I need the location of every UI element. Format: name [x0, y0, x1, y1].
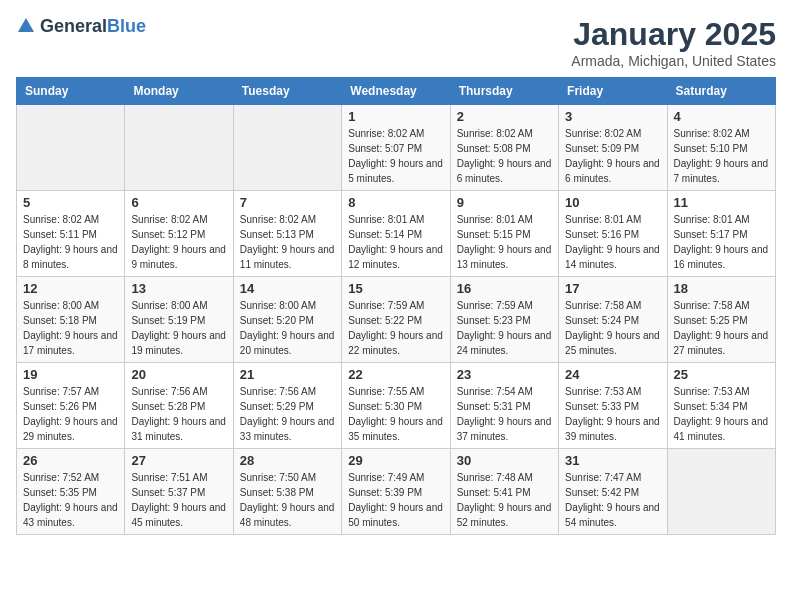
- day-info: Sunrise: 7:51 AMSunset: 5:37 PMDaylight:…: [131, 470, 226, 530]
- calendar-cell: 23Sunrise: 7:54 AMSunset: 5:31 PMDayligh…: [450, 363, 558, 449]
- day-number: 11: [674, 195, 769, 210]
- calendar-cell: 27Sunrise: 7:51 AMSunset: 5:37 PMDayligh…: [125, 449, 233, 535]
- weekday-header-wednesday: Wednesday: [342, 78, 450, 105]
- logo-icon: [16, 16, 36, 36]
- day-info: Sunrise: 7:53 AMSunset: 5:33 PMDaylight:…: [565, 384, 660, 444]
- calendar-cell: 25Sunrise: 7:53 AMSunset: 5:34 PMDayligh…: [667, 363, 775, 449]
- day-info: Sunrise: 7:59 AMSunset: 5:23 PMDaylight:…: [457, 298, 552, 358]
- calendar-cell: 9Sunrise: 8:01 AMSunset: 5:15 PMDaylight…: [450, 191, 558, 277]
- calendar-cell: 17Sunrise: 7:58 AMSunset: 5:24 PMDayligh…: [559, 277, 667, 363]
- day-number: 6: [131, 195, 226, 210]
- day-number: 25: [674, 367, 769, 382]
- page-header: GeneralBlue January 2025 Armada, Michiga…: [16, 16, 776, 69]
- weekday-header-monday: Monday: [125, 78, 233, 105]
- day-info: Sunrise: 7:53 AMSunset: 5:34 PMDaylight:…: [674, 384, 769, 444]
- day-number: 13: [131, 281, 226, 296]
- calendar-cell: 20Sunrise: 7:56 AMSunset: 5:28 PMDayligh…: [125, 363, 233, 449]
- day-info: Sunrise: 8:01 AMSunset: 5:16 PMDaylight:…: [565, 212, 660, 272]
- day-number: 26: [23, 453, 118, 468]
- calendar-cell: 21Sunrise: 7:56 AMSunset: 5:29 PMDayligh…: [233, 363, 341, 449]
- title-section: January 2025 Armada, Michigan, United St…: [571, 16, 776, 69]
- day-info: Sunrise: 7:57 AMSunset: 5:26 PMDaylight:…: [23, 384, 118, 444]
- day-info: Sunrise: 7:54 AMSunset: 5:31 PMDaylight:…: [457, 384, 552, 444]
- day-info: Sunrise: 8:01 AMSunset: 5:17 PMDaylight:…: [674, 212, 769, 272]
- day-info: Sunrise: 8:02 AMSunset: 5:12 PMDaylight:…: [131, 212, 226, 272]
- calendar-cell: 31Sunrise: 7:47 AMSunset: 5:42 PMDayligh…: [559, 449, 667, 535]
- calendar-cell: 7Sunrise: 8:02 AMSunset: 5:13 PMDaylight…: [233, 191, 341, 277]
- day-number: 31: [565, 453, 660, 468]
- svg-marker-0: [18, 18, 34, 32]
- calendar-cell: 26Sunrise: 7:52 AMSunset: 5:35 PMDayligh…: [17, 449, 125, 535]
- day-info: Sunrise: 7:49 AMSunset: 5:39 PMDaylight:…: [348, 470, 443, 530]
- day-info: Sunrise: 7:59 AMSunset: 5:22 PMDaylight:…: [348, 298, 443, 358]
- calendar-cell: 8Sunrise: 8:01 AMSunset: 5:14 PMDaylight…: [342, 191, 450, 277]
- day-info: Sunrise: 8:00 AMSunset: 5:20 PMDaylight:…: [240, 298, 335, 358]
- day-info: Sunrise: 8:02 AMSunset: 5:11 PMDaylight:…: [23, 212, 118, 272]
- day-info: Sunrise: 7:50 AMSunset: 5:38 PMDaylight:…: [240, 470, 335, 530]
- day-info: Sunrise: 8:00 AMSunset: 5:18 PMDaylight:…: [23, 298, 118, 358]
- calendar-cell: 13Sunrise: 8:00 AMSunset: 5:19 PMDayligh…: [125, 277, 233, 363]
- calendar-body: 1Sunrise: 8:02 AMSunset: 5:07 PMDaylight…: [17, 105, 776, 535]
- weekday-header-saturday: Saturday: [667, 78, 775, 105]
- day-number: 14: [240, 281, 335, 296]
- calendar-cell: 24Sunrise: 7:53 AMSunset: 5:33 PMDayligh…: [559, 363, 667, 449]
- day-number: 22: [348, 367, 443, 382]
- calendar-cell: 2Sunrise: 8:02 AMSunset: 5:08 PMDaylight…: [450, 105, 558, 191]
- calendar-cell: 19Sunrise: 7:57 AMSunset: 5:26 PMDayligh…: [17, 363, 125, 449]
- day-info: Sunrise: 7:55 AMSunset: 5:30 PMDaylight:…: [348, 384, 443, 444]
- day-number: 9: [457, 195, 552, 210]
- day-info: Sunrise: 8:00 AMSunset: 5:19 PMDaylight:…: [131, 298, 226, 358]
- day-number: 2: [457, 109, 552, 124]
- day-info: Sunrise: 8:02 AMSunset: 5:13 PMDaylight:…: [240, 212, 335, 272]
- calendar-week-row: 1Sunrise: 8:02 AMSunset: 5:07 PMDaylight…: [17, 105, 776, 191]
- calendar-cell: 28Sunrise: 7:50 AMSunset: 5:38 PMDayligh…: [233, 449, 341, 535]
- calendar-cell: 15Sunrise: 7:59 AMSunset: 5:22 PMDayligh…: [342, 277, 450, 363]
- calendar-cell: 22Sunrise: 7:55 AMSunset: 5:30 PMDayligh…: [342, 363, 450, 449]
- day-number: 15: [348, 281, 443, 296]
- calendar-cell: 10Sunrise: 8:01 AMSunset: 5:16 PMDayligh…: [559, 191, 667, 277]
- calendar-cell: [667, 449, 775, 535]
- day-info: Sunrise: 8:02 AMSunset: 5:09 PMDaylight:…: [565, 126, 660, 186]
- day-number: 19: [23, 367, 118, 382]
- day-number: 23: [457, 367, 552, 382]
- calendar-week-row: 5Sunrise: 8:02 AMSunset: 5:11 PMDaylight…: [17, 191, 776, 277]
- day-number: 18: [674, 281, 769, 296]
- logo: GeneralBlue: [16, 16, 146, 36]
- day-info: Sunrise: 7:58 AMSunset: 5:24 PMDaylight:…: [565, 298, 660, 358]
- day-number: 12: [23, 281, 118, 296]
- month-title: January 2025: [571, 16, 776, 53]
- logo-blue: Blue: [107, 16, 146, 36]
- day-number: 30: [457, 453, 552, 468]
- calendar-week-row: 12Sunrise: 8:00 AMSunset: 5:18 PMDayligh…: [17, 277, 776, 363]
- day-number: 29: [348, 453, 443, 468]
- weekday-header-tuesday: Tuesday: [233, 78, 341, 105]
- day-info: Sunrise: 7:52 AMSunset: 5:35 PMDaylight:…: [23, 470, 118, 530]
- day-info: Sunrise: 8:01 AMSunset: 5:14 PMDaylight:…: [348, 212, 443, 272]
- day-number: 24: [565, 367, 660, 382]
- calendar-cell: 4Sunrise: 8:02 AMSunset: 5:10 PMDaylight…: [667, 105, 775, 191]
- day-number: 1: [348, 109, 443, 124]
- day-info: Sunrise: 7:56 AMSunset: 5:28 PMDaylight:…: [131, 384, 226, 444]
- day-number: 5: [23, 195, 118, 210]
- calendar-cell: [125, 105, 233, 191]
- day-info: Sunrise: 7:47 AMSunset: 5:42 PMDaylight:…: [565, 470, 660, 530]
- calendar-cell: 30Sunrise: 7:48 AMSunset: 5:41 PMDayligh…: [450, 449, 558, 535]
- calendar-week-row: 26Sunrise: 7:52 AMSunset: 5:35 PMDayligh…: [17, 449, 776, 535]
- day-info: Sunrise: 7:56 AMSunset: 5:29 PMDaylight:…: [240, 384, 335, 444]
- weekday-header-row: SundayMondayTuesdayWednesdayThursdayFrid…: [17, 78, 776, 105]
- calendar-cell: 16Sunrise: 7:59 AMSunset: 5:23 PMDayligh…: [450, 277, 558, 363]
- day-number: 8: [348, 195, 443, 210]
- day-info: Sunrise: 8:02 AMSunset: 5:10 PMDaylight:…: [674, 126, 769, 186]
- calendar-cell: 18Sunrise: 7:58 AMSunset: 5:25 PMDayligh…: [667, 277, 775, 363]
- day-number: 4: [674, 109, 769, 124]
- calendar-cell: 14Sunrise: 8:00 AMSunset: 5:20 PMDayligh…: [233, 277, 341, 363]
- calendar-cell: 12Sunrise: 8:00 AMSunset: 5:18 PMDayligh…: [17, 277, 125, 363]
- day-number: 20: [131, 367, 226, 382]
- calendar-cell: 1Sunrise: 8:02 AMSunset: 5:07 PMDaylight…: [342, 105, 450, 191]
- calendar-cell: 29Sunrise: 7:49 AMSunset: 5:39 PMDayligh…: [342, 449, 450, 535]
- calendar-cell: 11Sunrise: 8:01 AMSunset: 5:17 PMDayligh…: [667, 191, 775, 277]
- location: Armada, Michigan, United States: [571, 53, 776, 69]
- calendar-cell: 3Sunrise: 8:02 AMSunset: 5:09 PMDaylight…: [559, 105, 667, 191]
- calendar-week-row: 19Sunrise: 7:57 AMSunset: 5:26 PMDayligh…: [17, 363, 776, 449]
- day-info: Sunrise: 8:01 AMSunset: 5:15 PMDaylight:…: [457, 212, 552, 272]
